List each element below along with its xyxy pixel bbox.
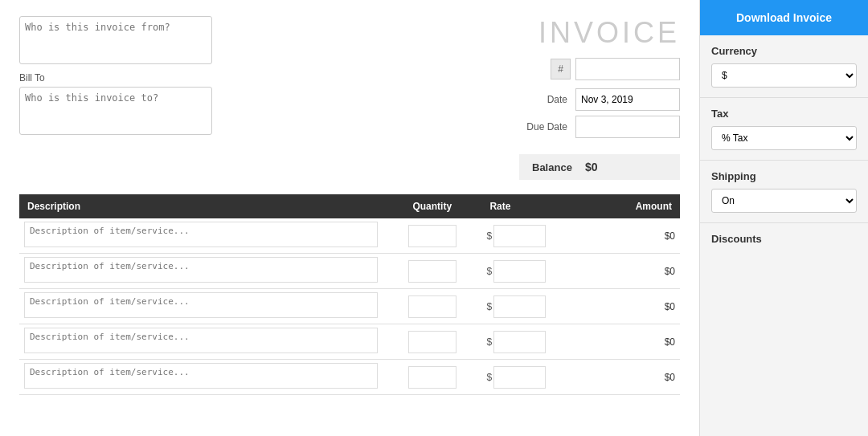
col-rate: Rate	[481, 194, 580, 218]
table-row: $ $0	[19, 289, 680, 324]
rate-dollar-1: $	[486, 266, 492, 277]
balance-box: Balance $0	[519, 154, 680, 180]
invoice-number-row: #	[551, 58, 680, 80]
table-row: $ $0	[19, 324, 680, 360]
desc-input-2[interactable]	[24, 292, 378, 318]
shipping-label: Shipping	[711, 170, 857, 182]
desc-input-1[interactable]	[24, 257, 378, 283]
desc-input-3[interactable]	[24, 328, 378, 353]
discounts-section: Discounts	[700, 223, 868, 255]
rate-dollar-3: $	[486, 336, 492, 348]
date-row: Date	[519, 88, 680, 111]
table-row: $ $0	[19, 218, 680, 254]
rate-input-3[interactable]	[493, 331, 546, 353]
due-date-label: Due Date	[519, 121, 567, 132]
rate-input-4[interactable]	[493, 366, 546, 389]
rate-dollar-4: $	[486, 372, 492, 383]
shipping-section: Shipping On Off	[700, 161, 868, 223]
amount-cell-4: $0	[581, 360, 680, 395]
desc-cell-0	[19, 218, 383, 254]
tax-section: Tax % Tax Flat Tax No Tax	[700, 98, 868, 161]
qty-cell-3	[383, 324, 481, 360]
qty-input-3[interactable]	[408, 331, 457, 353]
shipping-select[interactable]: On Off	[711, 189, 857, 213]
tax-select[interactable]: % Tax Flat Tax No Tax	[711, 126, 857, 150]
date-input[interactable]	[575, 88, 680, 111]
hash-symbol: #	[551, 59, 571, 79]
qty-cell-1	[383, 254, 481, 289]
amount-cell-2: $0	[581, 289, 680, 324]
date-rows: Date Due Date	[519, 88, 680, 138]
rate-cell-3: $	[481, 324, 580, 360]
tax-label: Tax	[711, 108, 857, 120]
balance-label: Balance	[532, 161, 572, 173]
due-date-row: Due Date	[519, 116, 680, 138]
col-amount: Amount	[581, 194, 680, 218]
desc-input-4[interactable]	[24, 363, 378, 389]
from-textarea[interactable]	[19, 16, 212, 64]
rate-cell-1: $	[481, 254, 580, 289]
sidebar: Download Invoice Currency $ € £ ¥ Tax % …	[699, 0, 868, 436]
table-row: $ $0	[19, 254, 680, 289]
qty-input-4[interactable]	[408, 366, 457, 389]
bill-to-label: Bill To	[19, 72, 212, 84]
rate-cell-2: $	[481, 289, 580, 324]
invoice-table: Description Quantity Rate Amount $ $0	[19, 194, 680, 395]
balance-value: $0	[585, 161, 598, 173]
bill-to-block: Bill To	[19, 72, 212, 137]
rate-cell-4: $	[481, 360, 580, 395]
main-content: Bill To INVOICE # Date Due Date	[0, 0, 699, 436]
discounts-label: Discounts	[711, 233, 857, 245]
desc-cell-2	[19, 289, 383, 324]
table-header-row: Description Quantity Rate Amount	[19, 194, 680, 218]
currency-select[interactable]: $ € £ ¥	[711, 63, 857, 88]
rate-dollar-0: $	[486, 230, 492, 242]
qty-cell-4	[383, 360, 481, 395]
qty-cell-0	[383, 218, 481, 254]
currency-section: Currency $ € £ ¥	[700, 35, 868, 98]
download-invoice-button[interactable]: Download Invoice	[700, 0, 868, 35]
top-section: Bill To INVOICE # Date Due Date	[19, 16, 680, 138]
desc-cell-1	[19, 254, 383, 289]
desc-cell-3	[19, 324, 383, 360]
from-area: Bill To	[19, 16, 212, 137]
currency-label: Currency	[711, 45, 857, 57]
qty-input-1[interactable]	[408, 260, 457, 283]
desc-cell-4	[19, 360, 383, 395]
balance-row: Balance $0	[19, 154, 680, 180]
date-label: Date	[519, 94, 567, 105]
qty-input-2[interactable]	[408, 295, 457, 318]
qty-cell-2	[383, 289, 481, 324]
rate-input-0[interactable]	[493, 225, 546, 247]
to-textarea[interactable]	[19, 87, 212, 135]
col-quantity: Quantity	[383, 194, 481, 218]
invoice-number-input[interactable]	[575, 58, 680, 80]
table-body: $ $0 $ $0	[19, 218, 680, 395]
due-date-input[interactable]	[575, 116, 680, 138]
qty-input-0[interactable]	[408, 225, 457, 247]
invoice-header: INVOICE # Date Due Date	[519, 16, 680, 138]
rate-dollar-2: $	[486, 301, 492, 312]
rate-input-2[interactable]	[493, 295, 546, 318]
amount-cell-0: $0	[581, 218, 680, 254]
amount-cell-1: $0	[581, 254, 680, 289]
col-description: Description	[19, 194, 383, 218]
amount-cell-3: $0	[581, 324, 680, 360]
desc-input-0[interactable]	[24, 222, 378, 247]
table-row: $ $0	[19, 360, 680, 395]
rate-input-1[interactable]	[493, 260, 546, 283]
rate-cell-0: $	[481, 218, 580, 254]
invoice-title: INVOICE	[538, 16, 680, 50]
